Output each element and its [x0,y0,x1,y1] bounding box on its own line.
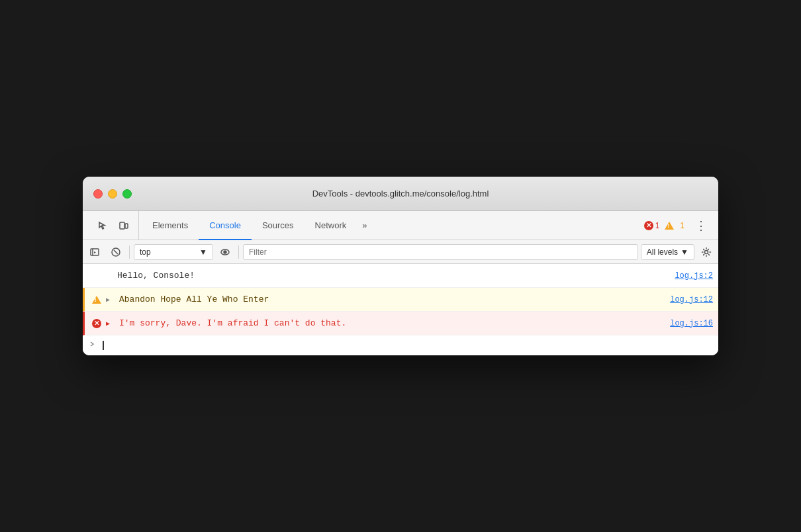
error-circle-icon: ✕ [644,221,653,230]
tab-elements[interactable]: Elements [142,211,199,240]
warning-row-icon [90,296,103,304]
warning-row-expand[interactable]: ▶ [106,296,117,304]
console-row-warning: ▶ Abandon Hope All Ye Who Enter log.js:1… [83,288,718,312]
error-row-expand[interactable]: ▶ [106,320,117,328]
error-row-source[interactable]: log.js:16 [670,319,713,328]
error-row-text: I'm sorry, Dave. I'm afraid I can't do t… [119,318,665,328]
tab-network[interactable]: Network [305,211,357,240]
window-title: DevTools - devtools.glitch.me/console/lo… [312,189,489,199]
console-prompt [88,339,97,351]
devtools-window: DevTools - devtools.glitch.me/console/lo… [83,177,718,355]
error-row-icon: ✕ [90,319,103,328]
svg-rect-0 [120,222,124,229]
clear-console-button[interactable] [107,243,125,261]
device-toolbar-icon[interactable] [115,216,133,235]
tab-icons [88,211,139,240]
console-input-row [83,335,718,355]
sidebar-toggle-button[interactable] [85,243,104,261]
svg-point-8 [224,251,226,253]
select-element-icon[interactable] [93,216,112,235]
svg-line-6 [114,250,118,254]
tabs-bar: Elements Console Sources Network » ✕ 1 1… [83,211,718,240]
minimize-button[interactable] [108,189,117,199]
svg-marker-4 [94,251,96,253]
close-button[interactable] [93,189,103,199]
console-settings-button[interactable] [697,243,716,261]
svg-point-9 [705,250,708,253]
settings-menu-button[interactable]: ⋮ [690,211,713,240]
title-bar: DevTools - devtools.glitch.me/console/lo… [83,177,718,211]
tab-sources[interactable]: Sources [252,211,305,240]
info-row-text: Hello, Console! [117,271,669,281]
svg-rect-1 [125,224,128,228]
console-row-info: Hello, Console! log.js:2 [83,264,718,288]
log-levels-selector[interactable]: All levels ▼ [641,244,694,260]
more-tabs-button[interactable]: » [357,211,372,240]
tab-console[interactable]: Console [199,211,252,240]
toolbar-divider-2 [238,245,239,259]
console-output: Hello, Console! log.js:2 ▶ Abandon Hope … [83,264,718,355]
live-expressions-button[interactable] [216,243,234,261]
filter-input[interactable] [243,244,638,260]
error-icon: ✕ [92,319,101,328]
warning-count-badge[interactable]: 1 [665,221,684,230]
warning-triangle-icon [665,222,674,230]
traffic-lights [93,189,132,199]
context-selector[interactable]: top ▼ [134,244,213,260]
warning-icon [92,296,101,304]
console-cursor[interactable] [103,341,104,350]
error-count-badge[interactable]: ✕ 1 [644,221,660,230]
error-badges: ✕ 1 1 [639,211,690,240]
info-row-source[interactable]: log.js:2 [675,271,713,281]
maximize-button[interactable] [122,189,132,199]
console-toolbar: top ▼ All levels ▼ [83,240,718,264]
warning-row-source[interactable]: log.js:12 [670,295,713,304]
toolbar-divider [129,245,130,259]
console-row-error: ✕ ▶ I'm sorry, Dave. I'm afraid I can't … [83,312,718,335]
warning-row-text: Abandon Hope All Ye Who Enter [119,294,665,304]
